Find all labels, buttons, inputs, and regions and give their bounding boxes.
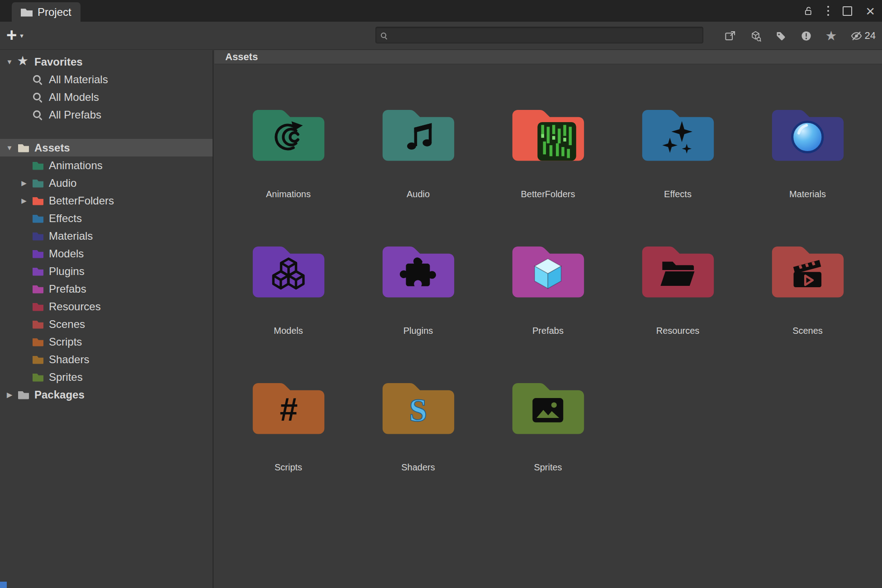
asset-tile-label: Plugins xyxy=(403,326,433,336)
item-icon xyxy=(32,195,44,207)
window-controls xyxy=(803,0,875,22)
sidebar-item-label: BetterFolders xyxy=(49,194,114,207)
expand-arrow-icon[interactable]: ▶ xyxy=(16,197,32,205)
item-icon xyxy=(32,160,44,171)
sidebar-item-label: All Prefabs xyxy=(49,109,101,121)
folder-icon xyxy=(508,236,588,303)
sidebar-item[interactable]: ▶ Packages xyxy=(0,386,213,403)
asset-tile[interactable]: BetterFolders xyxy=(483,100,613,236)
asset-tile-label: Audio xyxy=(407,189,430,199)
item-icon xyxy=(32,371,44,383)
asset-tile-label: Prefabs xyxy=(532,326,564,336)
item-icon xyxy=(32,74,44,85)
asset-tile[interactable]: Resources xyxy=(613,236,743,373)
search-by-label-icon[interactable] xyxy=(775,30,787,42)
sidebar-item[interactable]: ▼ Favorites xyxy=(0,53,213,71)
folder-icon xyxy=(249,100,328,166)
sidebar-item-label: Assets xyxy=(34,142,70,154)
asset-tile-label: Animations xyxy=(266,189,311,199)
asset-tile[interactable]: Models xyxy=(223,236,353,373)
sidebar-item[interactable]: Shaders xyxy=(0,351,213,368)
folder-icon xyxy=(508,100,588,166)
folder-icon xyxy=(768,236,848,303)
asset-tile[interactable]: Animations xyxy=(223,100,353,236)
sidebar-item[interactable]: Prefabs xyxy=(0,280,213,298)
open-search-window-icon[interactable] xyxy=(724,30,736,42)
sidebar-item-label: Animations xyxy=(49,159,103,172)
tab-label: Project xyxy=(38,6,71,19)
sidebar-item-label: Models xyxy=(49,247,84,260)
search-icon xyxy=(380,31,388,39)
item-icon xyxy=(32,213,44,224)
sidebar-item[interactable]: Scripts xyxy=(0,333,213,351)
save-search-star-icon[interactable] xyxy=(825,29,837,43)
expand-arrow-icon[interactable]: ▶ xyxy=(16,179,32,187)
expand-arrow-icon[interactable]: ▼ xyxy=(2,144,17,152)
maximize-icon[interactable] xyxy=(843,6,852,16)
asset-tile[interactable]: Scenes xyxy=(743,236,873,373)
tab-project[interactable]: Project xyxy=(12,2,81,22)
asset-tile[interactable]: Plugins xyxy=(353,236,483,373)
eye-off-icon xyxy=(850,30,863,42)
item-icon xyxy=(32,354,44,365)
unlocked-padlock-icon[interactable] xyxy=(803,6,814,16)
asset-tile[interactable]: Materials xyxy=(743,100,873,236)
asset-tile-label: Sprites xyxy=(534,462,562,473)
import-log-icon[interactable] xyxy=(800,30,812,42)
folder-icon xyxy=(638,100,718,166)
asset-tile[interactable]: Shaders xyxy=(353,373,483,509)
sidebar-item-label: Shaders xyxy=(49,353,89,366)
asset-tile[interactable]: Audio xyxy=(353,100,483,236)
sidebar-item-label: All Models xyxy=(49,91,99,104)
asset-tile-label: BetterFolders xyxy=(521,189,575,199)
sidebar-item[interactable]: Materials xyxy=(0,227,213,245)
sidebar-item[interactable]: All Materials xyxy=(0,71,213,88)
item-icon xyxy=(17,389,30,401)
sidebar-item[interactable]: All Prefabs xyxy=(0,106,213,123)
sidebar-item[interactable]: All Models xyxy=(0,88,213,106)
sidebar-item[interactable]: ▶ BetterFolders xyxy=(0,192,213,209)
kebab-menu-icon[interactable] xyxy=(827,5,829,17)
sidebar-item[interactable]: ▼ Assets xyxy=(0,139,213,156)
asset-browser: Assets Animations Audio xyxy=(214,50,882,588)
close-icon[interactable] xyxy=(866,3,875,19)
search-by-type-icon[interactable] xyxy=(749,30,762,42)
sidebar-item[interactable]: Animations xyxy=(0,156,213,174)
folder-icon xyxy=(379,100,458,166)
item-icon xyxy=(17,56,30,68)
sidebar-item[interactable]: Resources xyxy=(0,298,213,315)
sidebar-item[interactable]: Effects xyxy=(0,209,213,227)
search-field[interactable] xyxy=(375,27,703,43)
asset-tile[interactable]: Sprites xyxy=(483,373,613,509)
create-asset-button[interactable]: + ▾ xyxy=(6,22,24,50)
item-icon xyxy=(32,230,44,242)
breadcrumb-assets[interactable]: Assets xyxy=(225,51,258,63)
sidebar-item-label: Audio xyxy=(49,177,76,190)
search-input[interactable] xyxy=(390,27,703,43)
expand-arrow-icon[interactable]: ▼ xyxy=(2,58,17,66)
sidebar-item-label: Favorites xyxy=(34,56,83,68)
item-icon xyxy=(32,91,44,103)
folder-icon xyxy=(249,373,328,440)
sidebar-item[interactable]: ▶ Audio xyxy=(0,174,213,192)
asset-tile[interactable]: Effects xyxy=(613,100,743,236)
asset-tile-label: Materials xyxy=(789,189,826,199)
resize-handle[interactable] xyxy=(0,582,7,588)
sidebar-item-label: Scenes xyxy=(49,318,85,331)
sidebar-item-label: All Materials xyxy=(49,73,108,86)
sidebar-item[interactable]: Scenes xyxy=(0,315,213,333)
asset-tile[interactable]: Scripts xyxy=(223,373,353,509)
sidebar-item[interactable]: Models xyxy=(0,245,213,262)
toolbar: + ▾ 24 xyxy=(0,22,882,50)
sidebar-item[interactable]: Plugins xyxy=(0,262,213,280)
item-icon xyxy=(32,266,44,277)
asset-tile[interactable]: Prefabs xyxy=(483,236,613,373)
expand-arrow-icon[interactable]: ▶ xyxy=(2,391,17,399)
hidden-packages-toggle[interactable]: 24 xyxy=(850,30,876,42)
item-icon xyxy=(32,109,44,121)
sidebar-item[interactable]: Sprites xyxy=(0,368,213,386)
folder-icon xyxy=(249,236,328,303)
asset-tile-label: Scripts xyxy=(275,462,302,473)
toolbar-right-icons: 24 xyxy=(724,22,876,50)
sidebar-item-label: Sprites xyxy=(49,371,83,384)
